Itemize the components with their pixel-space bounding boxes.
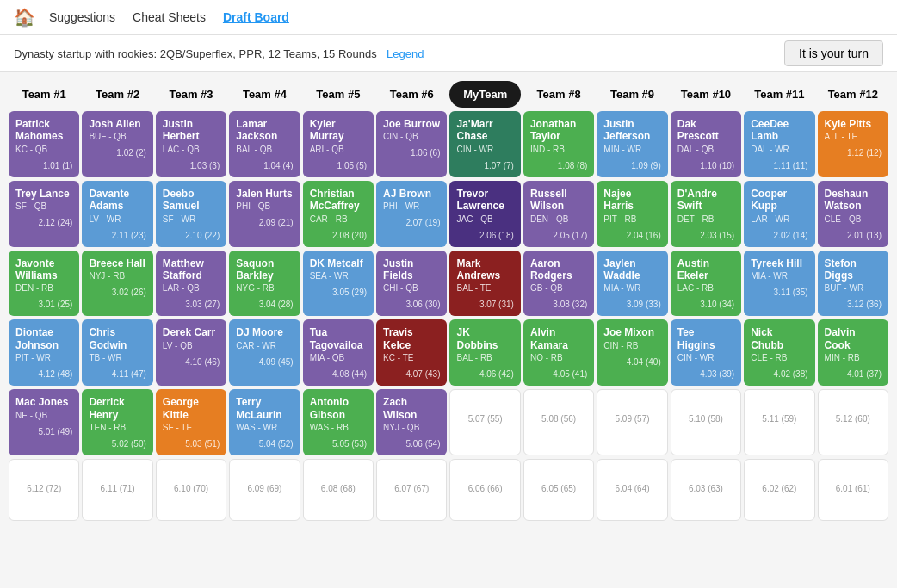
pick-5-11[interactable]: 5.11 (59) bbox=[744, 389, 814, 455]
player-pos: CIN - WR bbox=[677, 353, 734, 362]
pick-6-9[interactable]: 6.04 (64) bbox=[597, 459, 667, 521]
pick-number: 3.03 (27) bbox=[163, 300, 220, 309]
pick-4-1[interactable]: Diontae Johnson PIT - WR 4.12 (48) bbox=[9, 319, 79, 386]
pick-1-6[interactable]: Joe Burrow CIN - QB 1.06 (6) bbox=[376, 111, 447, 177]
pick-3-5[interactable]: DK Metcalf SEA - WR 3.05 (29) bbox=[303, 251, 374, 317]
player-pos: MIN - WR bbox=[603, 145, 660, 154]
pick-1-3[interactable]: Justin Herbert LAC - QB 1.03 (3) bbox=[156, 111, 226, 177]
pick-4-10[interactable]: Tee Higgins CIN - WR 4.03 (39) bbox=[671, 319, 741, 386]
pick-4-3[interactable]: Derek Carr LV - QB 4.10 (46) bbox=[156, 319, 226, 386]
nav-cheat-sheets[interactable]: Cheat Sheets bbox=[133, 10, 206, 24]
pick-4-7[interactable]: JK Dobbins BAL - RB 4.06 (42) bbox=[449, 319, 520, 386]
pick-6-8[interactable]: 6.05 (65) bbox=[523, 459, 594, 521]
player-name: Chris Godwin bbox=[89, 326, 145, 351]
player-pos: JAC - QB bbox=[456, 214, 513, 224]
pick-number: 2.02 (14) bbox=[751, 231, 807, 240]
pick-3-11[interactable]: Tyreek Hill MIA - WR 3.11 (35) bbox=[744, 251, 814, 317]
player-name: Trey Lance bbox=[15, 188, 72, 200]
pick-6-11[interactable]: 6.02 (62) bbox=[744, 459, 814, 521]
pick-5-12[interactable]: 5.12 (60) bbox=[818, 389, 888, 455]
pick-2-10[interactable]: D'Andre Swift DET - RB 2.03 (15) bbox=[671, 181, 741, 247]
pick-4-4[interactable]: DJ Moore CAR - WR 4.09 (45) bbox=[229, 319, 300, 386]
pick-2-8[interactable]: Russell Wilson DEN - QB 2.05 (17) bbox=[523, 181, 594, 247]
pick-number: 5.06 (54) bbox=[383, 439, 440, 449]
pick-6-4[interactable]: 6.09 (69) bbox=[229, 459, 300, 521]
pick-3-8[interactable]: Aaron Rodgers GB - QB 3.08 (32) bbox=[523, 251, 594, 317]
pick-3-3[interactable]: Matthew Stafford LAR - QB 3.03 (27) bbox=[156, 251, 226, 317]
pick-1-5[interactable]: Kyler Murray ARI - QB 1.05 (5) bbox=[303, 111, 374, 177]
pick-3-6[interactable]: Justin Fields CHI - QB 3.06 (30) bbox=[376, 251, 447, 317]
pick-5-9[interactable]: 5.09 (57) bbox=[597, 389, 667, 455]
pick-5-1[interactable]: Mac Jones NE - QB 5.01 (49) bbox=[9, 389, 79, 455]
pick-1-12[interactable]: Kyle Pitts ATL - TE 1.12 (12) bbox=[818, 111, 888, 177]
pick-5-8[interactable]: 5.08 (56) bbox=[523, 389, 594, 455]
pick-2-1[interactable]: Trey Lance SF - QB 2.12 (24) bbox=[9, 181, 79, 247]
pick-5-2[interactable]: Derrick Henry TEN - RB 5.02 (50) bbox=[82, 389, 152, 455]
pick-2-7[interactable]: Trevor Lawrence JAC - QB 2.06 (18) bbox=[449, 181, 520, 247]
pick-6-3[interactable]: 6.10 (70) bbox=[156, 459, 226, 521]
pick-2-3[interactable]: Deebo Samuel SF - WR 2.10 (22) bbox=[156, 181, 226, 247]
pick-5-3[interactable]: George Kittle SF - TE 5.03 (51) bbox=[156, 389, 226, 455]
pick-number-empty: 5.08 (56) bbox=[531, 397, 586, 424]
pick-4-6[interactable]: Travis Kelce KC - TE 4.07 (43) bbox=[376, 319, 447, 386]
player-pos: WAS - WR bbox=[236, 423, 293, 432]
pick-6-5[interactable]: 6.08 (68) bbox=[303, 459, 374, 521]
pick-2-6[interactable]: AJ Brown PHI - WR 2.07 (19) bbox=[376, 181, 447, 247]
pick-1-4[interactable]: Lamar Jackson BAL - QB 1.04 (4) bbox=[229, 111, 300, 177]
pick-5-5[interactable]: Antonio Gibson WAS - RB 5.05 (53) bbox=[303, 389, 374, 455]
pick-2-12[interactable]: Deshaun Watson CLE - QB 2.01 (13) bbox=[818, 181, 888, 247]
pick-1-11[interactable]: CeeDee Lamb DAL - WR 1.11 (11) bbox=[744, 111, 814, 177]
pick-4-11[interactable]: Nick Chubb CLE - RB 4.02 (38) bbox=[744, 319, 814, 386]
pick-2-2[interactable]: Davante Adams LV - WR 2.11 (23) bbox=[82, 181, 152, 247]
pick-number: 1.08 (8) bbox=[530, 161, 587, 170]
pick-number: 3.10 (34) bbox=[677, 300, 734, 309]
pick-5-10[interactable]: 5.10 (58) bbox=[671, 389, 741, 455]
player-pos: SF - TE bbox=[163, 423, 220, 432]
legend-link[interactable]: Legend bbox=[387, 47, 424, 60]
nav-suggestions[interactable]: Suggestions bbox=[49, 10, 115, 24]
pick-6-12[interactable]: 6.01 (61) bbox=[818, 459, 888, 521]
nav-draft-board[interactable]: Draft Board bbox=[223, 10, 289, 24]
player-name: Terry McLaurin bbox=[236, 396, 293, 421]
pick-2-4[interactable]: Jalen Hurts PHI - QB 2.09 (21) bbox=[229, 181, 300, 247]
pick-5-7[interactable]: 5.07 (55) bbox=[449, 389, 520, 455]
pick-4-2[interactable]: Chris Godwin TB - WR 4.11 (47) bbox=[82, 319, 152, 386]
pick-2-9[interactable]: Najee Harris PIT - RB 2.04 (16) bbox=[597, 181, 667, 247]
pick-3-2[interactable]: Breece Hall NYJ - RB 3.02 (26) bbox=[82, 251, 152, 317]
pick-number: 1.01 (1) bbox=[15, 161, 72, 170]
pick-6-10[interactable]: 6.03 (63) bbox=[671, 459, 741, 521]
team-header-5: Team #5 bbox=[303, 81, 374, 108]
player-name: Christian McCaffrey bbox=[310, 188, 367, 213]
pick-1-9[interactable]: Justin Jefferson MIN - WR 1.09 (9) bbox=[597, 111, 667, 177]
pick-6-2[interactable]: 6.11 (71) bbox=[82, 459, 152, 521]
pick-3-12[interactable]: Stefon Diggs BUF - WR 3.12 (36) bbox=[818, 251, 888, 317]
pick-6-1[interactable]: 6.12 (72) bbox=[9, 459, 79, 521]
home-icon[interactable]: 🏠 bbox=[14, 7, 35, 28]
pick-4-12[interactable]: Dalvin Cook MIN - RB 4.01 (37) bbox=[818, 319, 888, 386]
player-pos: SF - WR bbox=[163, 214, 220, 224]
player-name: Jonathan Taylor bbox=[530, 118, 587, 143]
pick-2-11[interactable]: Cooper Kupp LAR - WR 2.02 (14) bbox=[744, 181, 814, 247]
pick-3-10[interactable]: Austin Ekeler LAC - RB 3.10 (34) bbox=[671, 251, 741, 317]
pick-1-8[interactable]: Jonathan Taylor IND - RB 1.08 (8) bbox=[523, 111, 594, 177]
pick-4-8[interactable]: Alvin Kamara NO - RB 4.05 (41) bbox=[523, 319, 594, 386]
team-header-1: Team #1 bbox=[9, 81, 79, 108]
pick-5-6[interactable]: Zach Wilson NYJ - QB 5.06 (54) bbox=[376, 389, 447, 455]
player-name: Stefon Diggs bbox=[825, 257, 882, 282]
pick-3-9[interactable]: Jaylen Waddle MIA - WR 3.09 (33) bbox=[597, 251, 667, 317]
pick-3-1[interactable]: Javonte Williams DEN - RB 3.01 (25) bbox=[9, 251, 79, 317]
round-1: Patrick Mahomes KC - QB 1.01 (1) Josh Al… bbox=[3, 109, 894, 179]
pick-1-1[interactable]: Patrick Mahomes KC - QB 1.01 (1) bbox=[9, 111, 79, 177]
pick-5-4[interactable]: Terry McLaurin WAS - WR 5.04 (52) bbox=[229, 389, 300, 455]
pick-3-7[interactable]: Mark Andrews BAL - TE 3.07 (31) bbox=[449, 251, 520, 317]
pick-4-9[interactable]: Joe Mixon CIN - RB 4.04 (40) bbox=[597, 319, 667, 386]
pick-3-4[interactable]: Saquon Barkley NYG - RB 3.04 (28) bbox=[229, 251, 300, 317]
pick-2-5[interactable]: Christian McCaffrey CAR - RB 2.08 (20) bbox=[303, 181, 374, 247]
pick-4-5[interactable]: Tua Tagovailoa MIA - QB 4.08 (44) bbox=[303, 319, 374, 386]
pick-1-7[interactable]: Ja'Marr Chase CIN - WR 1.07 (7) bbox=[449, 111, 520, 177]
player-pos: CAR - RB bbox=[310, 214, 367, 224]
pick-1-2[interactable]: Josh Allen BUF - QB 1.02 (2) bbox=[82, 111, 152, 177]
pick-6-6[interactable]: 6.07 (67) bbox=[376, 459, 447, 521]
pick-1-10[interactable]: Dak Prescott DAL - QB 1.10 (10) bbox=[671, 111, 741, 177]
pick-6-7[interactable]: 6.06 (66) bbox=[449, 459, 520, 521]
